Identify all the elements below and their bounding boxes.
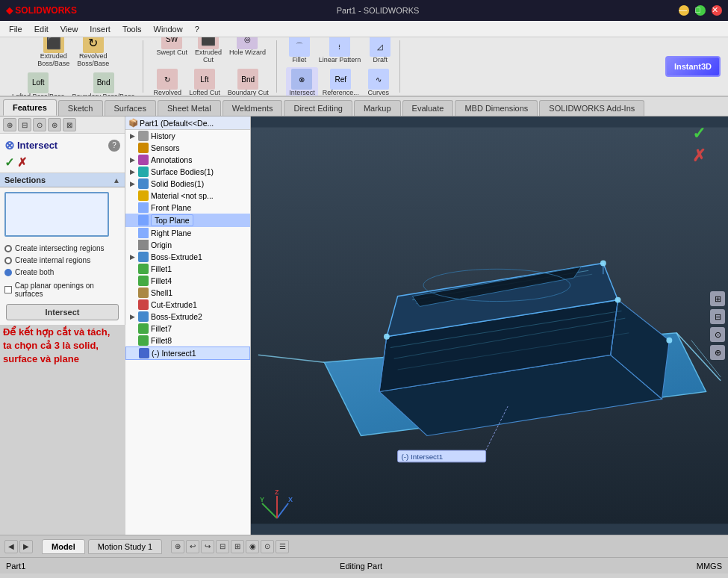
panel-icon-3[interactable]: ⊙	[33, 118, 46, 131]
tree-item-history[interactable]: ▶ History	[125, 130, 250, 142]
fillet-button[interactable]: ⌒ Fillet	[284, 37, 314, 66]
vp-icon-4[interactable]: ⊕	[710, 345, 725, 360]
reference-button[interactable]: Ref Reference...	[320, 67, 362, 97]
tree-item-intersect1[interactable]: (-) Intersect1	[125, 347, 250, 360]
tree-item-front-plane[interactable]: Front Plane	[125, 202, 250, 214]
tab-bar: Features Sketch Surfaces Sheet Metal Wel…	[0, 97, 728, 116]
viewport-ok-button[interactable]: ✓	[692, 124, 706, 143]
ok-cancel-row: ✓ ✗	[4, 155, 120, 170]
bottom-icon-1[interactable]: ⊕	[171, 540, 184, 553]
cap-planar-checkbox[interactable]: Cap planar openings on surfaces	[0, 280, 125, 299]
tab-direct-editing[interactable]: Direct Editing	[284, 100, 352, 116]
bottom-icon-5[interactable]: ⊞	[231, 540, 244, 553]
bottom-icon-7[interactable]: ⊙	[261, 540, 274, 553]
tree-item-right-plane[interactable]: Right Plane	[125, 227, 250, 239]
3d-viewport[interactable]: (-) Intersect1 ✓ ✗ ⊞ ⊟ ⊙ ⊕ X Y Z	[251, 116, 728, 535]
revolve-boss-icon: ↻	[83, 37, 104, 53]
tab-sketch[interactable]: Sketch	[58, 100, 103, 116]
menu-view[interactable]: View	[55, 23, 84, 35]
menu-window[interactable]: Window	[148, 23, 189, 35]
reference-label: Reference...	[323, 90, 359, 97]
tree-item-boss-extrude1[interactable]: ▶ Boss-Extrude1	[125, 251, 250, 263]
tab-model[interactable]: Model	[42, 539, 85, 554]
boundary-cut-button[interactable]: Bnd Boundary Cut	[225, 67, 272, 97]
bottom-icon-8[interactable]: ☰	[276, 540, 289, 553]
close-button[interactable]: ✕	[712, 5, 722, 16]
radio-create-both[interactable]: Create both	[4, 268, 120, 277]
minimize-button[interactable]: —	[679, 5, 689, 16]
bottom-nav-next[interactable]: ▶	[19, 540, 33, 553]
menu-insert[interactable]: Insert	[84, 23, 116, 35]
viewport-cancel-button[interactable]: ✗	[692, 146, 706, 166]
selections-section-header[interactable]: Selections ▲	[0, 173, 125, 187]
tree-item-shell1[interactable]: Shell1	[125, 287, 250, 299]
tab-motion-study[interactable]: Motion Study 1	[88, 539, 162, 554]
maximize-button[interactable]: □	[695, 5, 706, 16]
tab-weldments[interactable]: Weldments	[223, 100, 283, 116]
lofted-cut-button[interactable]: Lft Lofted Cut	[186, 67, 223, 97]
tree-item-fillet8[interactable]: Fillet8	[125, 335, 250, 347]
curves-button[interactable]: ∿ Curves	[364, 67, 393, 97]
menu-help[interactable]: ?	[189, 23, 205, 35]
bottom-icon-4[interactable]: ⊟	[216, 540, 229, 553]
panel-icon-2[interactable]: ⊟	[18, 118, 31, 131]
menu-file[interactable]: File	[3, 23, 28, 35]
tab-surfaces[interactable]: Surfaces	[105, 100, 156, 116]
hole-wizard-button[interactable]: ◎ Hole Wizard	[226, 37, 269, 66]
ok-button[interactable]: ✓	[4, 155, 14, 170]
extrude-boss-icon: ⬛	[43, 37, 64, 53]
selection-box[interactable]	[4, 192, 109, 237]
tab-features[interactable]: Features	[3, 99, 57, 116]
intersect-panel: ⊕ ⊟ ⊙ ⊛ ⊠ ⊗ Intersect ? ✓ ✗	[0, 116, 125, 325]
tab-evaluate[interactable]: Evaluate	[402, 100, 454, 116]
panel-icon-4[interactable]: ⊛	[48, 118, 61, 131]
cap-planar-label: Cap planar openings on surfaces	[15, 282, 120, 298]
tree-item-fillet7[interactable]: Fillet7	[125, 323, 250, 335]
radio-create-internal[interactable]: Create internal regions	[4, 256, 120, 265]
intersect-action-button[interactable]: Intersect	[6, 304, 119, 320]
bottom-icon-2[interactable]: ↩	[186, 540, 199, 553]
tree-item-boss-extrude2[interactable]: ▶ Boss-Extrude2	[125, 311, 250, 323]
tree-item-solid-bodies[interactable]: ▶ Solid Bodies(1)	[125, 178, 250, 190]
tree-item-origin[interactable]: Origin	[125, 239, 250, 251]
vp-icon-2[interactable]: ⊟	[710, 309, 725, 324]
tree-item-material[interactable]: Material <not sp...	[125, 190, 250, 202]
bottom-icon-6[interactable]: ◉	[246, 540, 259, 553]
vp-icon-1[interactable]: ⊞	[710, 291, 725, 306]
tab-addins[interactable]: SOLIDWORKS Add-Ins	[539, 100, 644, 116]
tab-markup[interactable]: Markup	[354, 100, 401, 116]
linear-pattern-label: Linear Pattern	[319, 57, 361, 64]
tree-item-annotations[interactable]: ▶ Annotations	[125, 154, 250, 166]
help-button[interactable]: ?	[108, 140, 120, 152]
panel-icon-5[interactable]: ⊠	[63, 118, 76, 131]
tree-item-fillet1[interactable]: Fillet1	[125, 263, 250, 275]
menu-edit[interactable]: Edit	[28, 23, 55, 35]
instant3d-button[interactable]: Instant3D	[662, 55, 724, 78]
extruded-cut-button[interactable]: ⬛ ExtrudedCut	[192, 37, 225, 66]
lofted-boss-button[interactable]: Loft Lofted Boss/Base	[9, 71, 68, 97]
radio-create-intersecting[interactable]: Create intersecting regions	[4, 244, 120, 253]
bottom-icon-3[interactable]: ↪	[201, 540, 214, 553]
boundary-boss-button[interactable]: Bnd Boundary Boss/Base	[69, 71, 138, 97]
tree-item-top-plane[interactable]: Top Plane	[125, 214, 250, 227]
tree-item-cut-extrude1[interactable]: Cut-Extrude1	[125, 299, 250, 311]
cancel-button[interactable]: ✗	[17, 155, 27, 170]
expand-fillet8	[128, 337, 136, 344]
swept-cut-button[interactable]: SW Swept Cut	[153, 37, 190, 66]
panel-icon-1[interactable]: ⊕	[3, 118, 16, 131]
menu-tools[interactable]: Tools	[116, 23, 148, 35]
tree-item-surface-bodies[interactable]: ▶ Surface Bodies(1)	[125, 166, 250, 178]
vp-icon-3[interactable]: ⊙	[710, 327, 725, 342]
tab-sheet-metal[interactable]: Sheet Metal	[158, 100, 221, 116]
tab-mbd[interactable]: MBD Dimensions	[455, 100, 538, 116]
revolved-cut-button[interactable]: ↻ RevolvedCut	[151, 67, 185, 97]
bottom-nav-prev[interactable]: ◀	[4, 540, 18, 553]
tree-item-fillet4[interactable]: Fillet4	[125, 275, 250, 287]
revolved-boss-button[interactable]: ↻ RevolvedBoss/Base	[74, 37, 112, 69]
intersect-toolbar-button[interactable]: ⊗ Intersect	[286, 67, 318, 97]
draft-button[interactable]: ◿ Draft	[365, 37, 395, 66]
tree-item-sensors[interactable]: Sensors	[125, 142, 250, 154]
extruded-boss-button[interactable]: ⬛ ExtrudedBoss/Base	[34, 37, 72, 69]
linear-pattern-button[interactable]: ⫶ Linear Pattern	[316, 37, 364, 66]
right-plane-icon	[138, 228, 149, 238]
